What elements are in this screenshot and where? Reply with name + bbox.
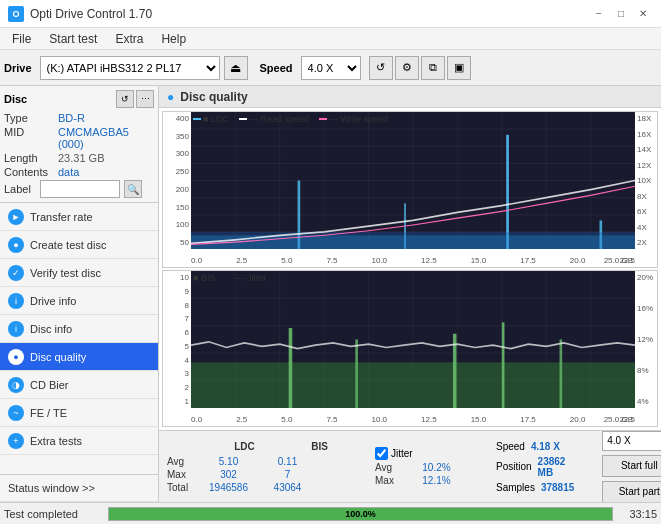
jitter-max-label: Max: [375, 475, 405, 486]
disc-length-label: Length: [4, 152, 56, 164]
ldc-legend: ■ LDC — Read speed — Write speed: [193, 114, 388, 124]
disc-refresh-button[interactable]: ↺: [116, 90, 134, 108]
svg-rect-37: [355, 340, 358, 409]
samples-value: 378815: [541, 482, 574, 493]
disc-more-button[interactable]: ⋯: [136, 90, 154, 108]
sidebar-item-disc-quality[interactable]: ● Disc quality: [0, 343, 158, 371]
fe-te-icon: ~: [8, 405, 24, 421]
sidebar-item-label: Create test disc: [30, 239, 106, 251]
disc-type-field: Type BD-R: [4, 112, 154, 124]
svg-rect-40: [560, 340, 563, 409]
maximize-button[interactable]: □: [611, 5, 631, 23]
titlebar: O Opti Drive Control 1.70 − □ ✕: [0, 0, 661, 28]
sidebar: Disc ↺ ⋯ Type BD-R MID CMCMAGBA5 (000) L…: [0, 86, 159, 502]
menubar: File Start test Extra Help: [0, 28, 661, 50]
jitter-stats: Jitter Avg 10.2% Max 12.1%: [375, 447, 464, 486]
disc-quality-header: ● Disc quality: [159, 86, 661, 108]
refresh-button[interactable]: ↺: [369, 56, 393, 80]
sidebar-item-create-test-disc[interactable]: ● Create test disc: [0, 231, 158, 259]
bis-xaxis: 0.02.55.07.510.012.515.017.520.022.5: [191, 415, 635, 424]
disc-quality-icon: ●: [8, 349, 24, 365]
ldc-xaxis: 0.02.55.07.510.012.515.017.520.022.5: [191, 256, 635, 265]
disc-label-search-button[interactable]: 🔍: [124, 180, 142, 198]
position-value: 23862 MB: [538, 456, 575, 478]
sidebar-item-label: Disc quality: [30, 351, 86, 363]
bis-avg: 0.11: [260, 456, 315, 467]
minimize-button[interactable]: −: [589, 5, 609, 23]
sidebar-item-drive-info[interactable]: i Drive info: [0, 287, 158, 315]
statusbar: Test completed 100.0% 33:15: [0, 502, 661, 524]
sidebar-item-cd-bier[interactable]: ◑ CD Bier: [0, 371, 158, 399]
disc-type-label: Type: [4, 112, 56, 124]
speed-label: Speed: [496, 441, 525, 452]
sidebar-item-status-window[interactable]: Status window >>: [0, 474, 158, 502]
sidebar-item-verify-test-disc[interactable]: ✓ Verify test disc: [0, 259, 158, 287]
charts-area: ■ LDC — Read speed — Write speed 4003503…: [159, 108, 661, 430]
sidebar-item-label: Drive info: [30, 295, 76, 307]
verify-test-disc-icon: ✓: [8, 265, 24, 281]
disc-length-field: Length 23.31 GB: [4, 152, 154, 164]
total-label: Total: [167, 482, 197, 493]
drive-label: Drive: [4, 62, 32, 74]
disc-panel-label: Disc: [4, 93, 27, 105]
sidebar-item-label: FE / TE: [30, 407, 67, 419]
extra-tests-icon: +: [8, 433, 24, 449]
speed-value: 4.18 X: [531, 441, 560, 452]
status-text: Test completed: [4, 508, 104, 520]
menu-file[interactable]: File: [4, 30, 39, 48]
transfer-rate-icon: ►: [8, 209, 24, 225]
create-test-disc-icon: ●: [8, 237, 24, 253]
cd-bier-icon: ◑: [8, 377, 24, 393]
content-area: ● Disc quality ■ LDC — Read speed: [159, 86, 661, 502]
stats-bar: LDC BIS Avg 5.10 0.11 Max 302 7 Total 19…: [159, 430, 661, 502]
progress-label: 100.0%: [345, 509, 376, 519]
app-icon: O: [8, 6, 24, 22]
menu-extra[interactable]: Extra: [107, 30, 151, 48]
save-button[interactable]: ▣: [447, 56, 471, 80]
sidebar-item-fe-te[interactable]: ~ FE / TE: [0, 399, 158, 427]
copy-button[interactable]: ⧉: [421, 56, 445, 80]
ldc-yaxis: 40035030025020015010050: [163, 112, 191, 249]
speed-select[interactable]: 4.0 X 1.0 X 2.0 X 8.0 X: [301, 56, 361, 80]
drive-toolbar: Drive (K:) ATAPI iHBS312 2 PL17 ⏏ Speed …: [0, 50, 661, 86]
ldc-chart: ■ LDC — Read speed — Write speed 4003503…: [162, 111, 658, 268]
disc-contents-label: Contents: [4, 166, 56, 178]
svg-rect-36: [289, 328, 293, 408]
bis-yaxis-right: 20%16%12%8%4%: [635, 271, 657, 408]
disc-mid-field: MID CMCMAGBA5 (000): [4, 126, 154, 150]
sidebar-item-disc-info[interactable]: i Disc info: [0, 315, 158, 343]
disc-label-field-label: Label: [4, 183, 36, 195]
settings-button[interactable]: ⚙: [395, 56, 419, 80]
ldc-legend-write: — Write speed: [329, 114, 388, 124]
bis-yaxis: 10987654321: [163, 271, 191, 408]
drive-info-icon: i: [8, 293, 24, 309]
jitter-label: Jitter: [391, 448, 413, 459]
disc-length-value: 23.31 GB: [58, 152, 104, 164]
menu-start-test[interactable]: Start test: [41, 30, 105, 48]
drive-select[interactable]: (K:) ATAPI iHBS312 2 PL17: [40, 56, 220, 80]
sidebar-item-label: Transfer rate: [30, 211, 93, 223]
action-section: 4.0 X 2.0 X 8.0 X Start full Start part: [602, 431, 661, 503]
start-full-button[interactable]: Start full: [602, 455, 661, 477]
start-part-button[interactable]: Start part: [602, 481, 661, 503]
menu-help[interactable]: Help: [153, 30, 194, 48]
jitter-avg-label: Avg: [375, 462, 405, 473]
disc-mid-value: CMCMAGBA5 (000): [58, 126, 154, 150]
sidebar-item-transfer-rate[interactable]: ► Transfer rate: [0, 203, 158, 231]
close-button[interactable]: ✕: [633, 5, 653, 23]
ldc-avg: 5.10: [201, 456, 256, 467]
bis-chart-area: [191, 271, 635, 408]
sidebar-item-label: Extra tests: [30, 435, 82, 447]
disc-contents-value: data: [58, 166, 79, 178]
jitter-checkbox[interactable]: [375, 447, 388, 460]
eject-button[interactable]: ⏏: [224, 56, 248, 80]
time-display: 33:15: [617, 508, 657, 520]
ldc-chart-area: [191, 112, 635, 249]
disc-label-input[interactable]: [40, 180, 120, 198]
disc-contents-field: Contents data: [4, 166, 154, 178]
samples-label: Samples: [496, 482, 535, 493]
position-label: Position: [496, 461, 532, 472]
status-window-label: Status window >>: [8, 482, 95, 494]
test-speed-select[interactable]: 4.0 X 2.0 X 8.0 X: [602, 431, 661, 451]
sidebar-item-extra-tests[interactable]: + Extra tests: [0, 427, 158, 455]
